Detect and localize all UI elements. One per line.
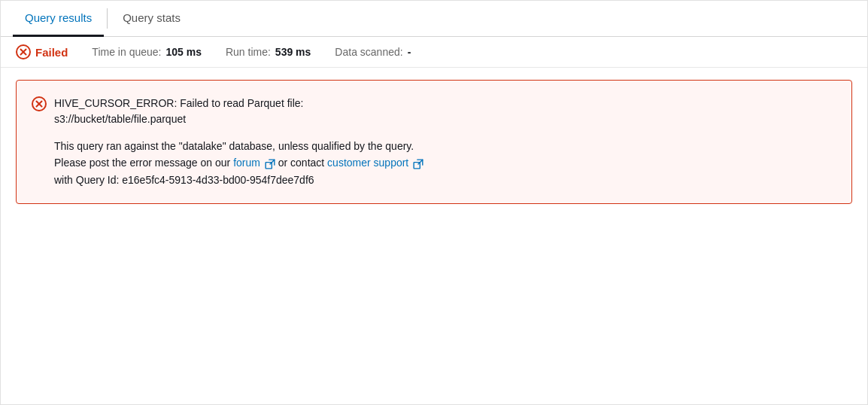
error-title-row: HIVE_CURSOR_ERROR: Failed to read Parque… — [32, 96, 836, 127]
time-in-queue-value: 105 ms — [165, 46, 201, 58]
support-external-link-icon — [413, 159, 423, 169]
forum-link[interactable]: forum — [233, 157, 278, 169]
error-title-line2: s3://bucket/table/file.parquet — [54, 113, 186, 125]
data-scanned-label: Data scanned: — [335, 46, 402, 58]
tab-query-stats-label: Query stats — [123, 11, 181, 24]
tab-bar: Query results Query stats — [1, 1, 867, 37]
customer-support-link[interactable]: customer support — [327, 157, 423, 169]
error-title-line1: HIVE_CURSOR_ERROR: Failed to read Parque… — [54, 97, 303, 109]
forum-external-link-icon — [265, 159, 275, 169]
status-text: Failed — [35, 46, 68, 59]
stats-bar: Failed Time in queue: 105 ms Run time: 5… — [1, 37, 867, 68]
failed-icon — [16, 44, 31, 59]
data-scanned: Data scanned: - — [335, 46, 411, 58]
status-failed: Failed — [16, 44, 68, 59]
tab-divider — [107, 8, 108, 29]
main-container: Query results Query stats Failed Time in… — [0, 0, 868, 405]
tab-query-results[interactable]: Query results — [13, 1, 104, 37]
error-desc-pre: This query ran against the "datalake" da… — [54, 140, 414, 152]
run-time-label: Run time: — [226, 46, 271, 58]
run-time-value: 539 ms — [275, 46, 311, 58]
time-in-queue: Time in queue: 105 ms — [92, 46, 202, 58]
tab-query-stats[interactable]: Query stats — [111, 1, 193, 37]
error-forum-pre: Please post the error message on our — [54, 157, 233, 169]
error-query-id: with Query Id: e16e5fc4-5913-4d33-bd00-9… — [54, 174, 314, 186]
error-title: HIVE_CURSOR_ERROR: Failed to read Parque… — [54, 96, 303, 127]
run-time: Run time: 539 ms — [226, 46, 311, 58]
tab-query-results-label: Query results — [25, 11, 92, 24]
time-in-queue-label: Time in queue: — [92, 46, 161, 58]
error-icon — [32, 96, 47, 114]
error-contact-mid: or contact — [278, 157, 327, 169]
error-box: HIVE_CURSOR_ERROR: Failed to read Parque… — [16, 80, 852, 204]
error-description: This query ran against the "datalake" da… — [32, 138, 836, 188]
data-scanned-value: - — [408, 46, 411, 58]
